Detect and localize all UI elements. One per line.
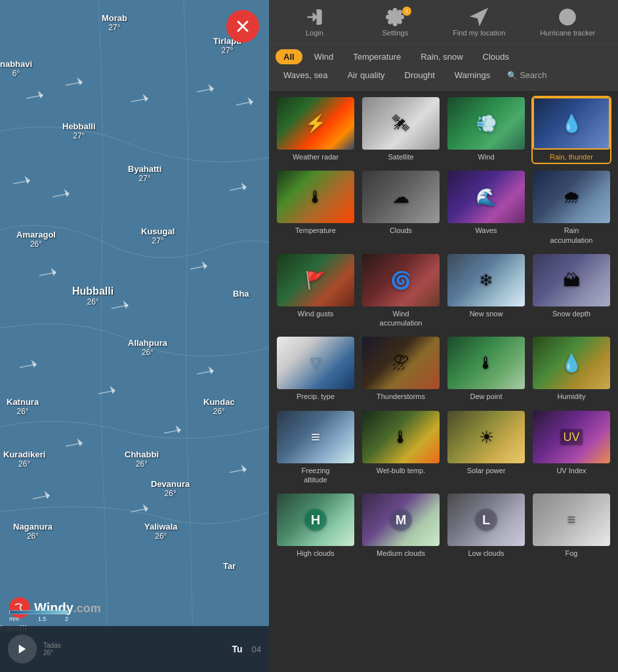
layer-label-temperature: Temperature [294, 223, 337, 236]
thumb-wind: 💨 [447, 97, 525, 150]
thumb-weather-radar: ⚡ [277, 97, 354, 150]
filter-search[interactable]: 🔍 Search [502, 68, 552, 83]
layer-label-wind: Wind [476, 150, 495, 163]
layer-label-wind-acc: Wind accumulation [379, 306, 424, 329]
layer-label-new-snow: New snow [468, 306, 505, 320]
layer-grid: ⚡ Weather radar 🛰 Satellite 💨 Wind 💧 Rai… [269, 91, 618, 672]
thumb-rain-acc: 🌧 [533, 171, 610, 223]
right-panel: Login ! Settings Find my location Hurric… [269, 0, 618, 672]
layer-satellite[interactable]: 🛰 Satellite [361, 96, 441, 164]
thumb-uv: UV [533, 411, 610, 463]
city-allahpura: Allahpura 26° [128, 338, 167, 357]
filter-all[interactable]: All [276, 49, 302, 64]
layer-low-clouds[interactable]: L Low clouds [446, 492, 526, 560]
search-icon: 🔍 [507, 71, 517, 80]
layer-new-snow[interactable]: ❄ New snow [446, 253, 526, 331]
layer-label-rain-acc: Rain accumulation [549, 223, 594, 246]
city-bha: Bha [233, 289, 249, 299]
filter-air-quality[interactable]: Air quality [339, 68, 392, 83]
map-bottom-bar: Tadas 26° Tu 04 [0, 626, 269, 672]
layer-label-high-clouds: High clouds [295, 546, 335, 559]
thumb-low-clouds: L [447, 494, 525, 546]
layer-label-snow-depth: Snow depth [551, 306, 592, 320]
thumb-wind-gusts: 🚩 [277, 254, 354, 306]
layer-thunderstorms[interactable]: ⛈ Thunderstorms [361, 335, 441, 404]
map-panel: Morab 27° Tirlapu 27° nabhavi 6° Hebball… [0, 0, 269, 672]
city-devanura: Devanura 26° [151, 479, 190, 498]
thumb-humidity: 💧 [533, 337, 610, 389]
layer-freezing-altitude[interactable]: ≡ Freezing altitude [276, 410, 356, 488]
layer-wind[interactable]: 💨 Wind [446, 96, 526, 164]
layer-label-waves: Waves [474, 223, 498, 236]
filter-wind[interactable]: Wind [306, 49, 342, 64]
city-naganura: Naganura 26° [13, 522, 52, 541]
layer-humidity[interactable]: 💧 Humidity [531, 335, 611, 404]
layer-clouds[interactable]: ☁ Clouds [361, 169, 441, 247]
layer-fog[interactable]: ≡ Fog [531, 492, 611, 560]
city-tar: Tar [223, 561, 236, 571]
layer-waves[interactable]: 🌊 Waves [446, 169, 526, 247]
layer-high-clouds[interactable]: H High clouds [276, 492, 356, 560]
layer-wind-gusts[interactable]: 🚩 Wind gusts [276, 253, 356, 331]
layer-temperature[interactable]: 🌡 Temperature [276, 169, 356, 247]
thumb-precip-type: ▽ [277, 337, 354, 389]
layer-label-solar-power: Solar power [466, 463, 507, 476]
layer-weather-radar[interactable]: ⚡ Weather radar [276, 96, 356, 164]
city-hebballi: Hebballi 27° [62, 121, 96, 140]
layer-rain-accumulation[interactable]: 🌧 Rain accumulation [531, 169, 611, 247]
thumb-solar: ☀ [447, 411, 525, 463]
layer-label-precip-type: Precip. type [295, 389, 336, 402]
bottom-time: Tu [232, 644, 242, 654]
thumb-thunderstorms: ⛈ [362, 337, 440, 389]
play-button[interactable] [8, 635, 37, 663]
city-morab: Morab 27° [102, 13, 127, 32]
layer-label-weather-radar: Weather radar [291, 150, 340, 163]
nav-settings[interactable]: ! Settings [372, 8, 418, 37]
filter-waves-sea[interactable]: Waves, sea [276, 68, 335, 83]
city-kundac: Kundac 26° [203, 397, 235, 416]
filter-row-1: All Wind Temperature Rain, snow Clouds [276, 49, 611, 64]
layer-dew-point[interactable]: 🌡 Dew point [446, 335, 526, 404]
nav-find-location[interactable]: Find my location [453, 8, 505, 37]
svg-marker-41 [472, 9, 487, 24]
nav-hurricane[interactable]: Hurricane tracker [540, 8, 595, 37]
filter-rain-snow[interactable]: Rain, snow [413, 49, 470, 64]
filter-warnings[interactable]: Warnings [447, 68, 498, 83]
filter-drought[interactable]: Drought [397, 68, 443, 83]
layer-label-clouds: Clouds [388, 223, 413, 236]
layer-snow-depth[interactable]: 🏔 Snow depth [531, 253, 611, 331]
thumb-clouds: ☁ [362, 171, 440, 223]
thumb-high-clouds: H [277, 494, 354, 546]
layer-label-wet-bulb: Wet-bulb temp. [375, 463, 426, 476]
city-kusugal: Kusugal 27° [141, 226, 175, 245]
layer-solar-power[interactable]: ☀ Solar power [446, 410, 526, 488]
nav-login[interactable]: Login [291, 8, 337, 37]
city-katnura: Katnura 26° [7, 397, 39, 416]
thumb-temperature: 🌡 [277, 171, 354, 223]
thumb-wind-acc: 🌀 [362, 254, 440, 306]
thumb-rain-thunder: 💧 [533, 97, 610, 150]
layer-wet-bulb[interactable]: 🌡 Wet-bulb temp. [361, 410, 441, 488]
layer-precip-type[interactable]: ▽ Precip. type [276, 335, 356, 404]
layer-rain-thunder[interactable]: 💧 Rain, thunder [531, 96, 611, 164]
close-button[interactable] [226, 10, 259, 43]
filter-clouds[interactable]: Clouds [475, 49, 517, 64]
layer-uv-index[interactable]: UV UV Index [531, 410, 611, 488]
layer-label-fog: Fog [564, 546, 579, 559]
layer-label-low-clouds: Low clouds [466, 546, 505, 559]
svg-marker-39 [19, 644, 26, 654]
layer-label-freezing-alt: Freezing altitude [300, 463, 331, 486]
city-yaliwala: Yaliwala 26° [144, 522, 178, 541]
layer-label-satellite: Satellite [386, 150, 415, 163]
thumb-medium-clouds: M [362, 494, 440, 546]
layer-medium-clouds[interactable]: M Medium clouds [361, 492, 441, 560]
filter-temperature[interactable]: Temperature [345, 49, 409, 64]
city-byahatti: Byahatti 27° [128, 164, 161, 183]
layer-label-thunderstorms: Thunderstorms [375, 389, 426, 402]
layer-wind-accumulation[interactable]: 🌀 Wind accumulation [361, 253, 441, 331]
filter-row-2: Waves, sea Air quality Drought Warnings … [276, 68, 611, 83]
layer-label-uv-index: UV Index [555, 463, 587, 476]
thumb-snow-depth: 🏔 [533, 254, 610, 306]
layer-label-rain-thunder: Rain, thunder [548, 150, 594, 163]
city-nabhavi: nabhavi 6° [0, 59, 32, 78]
